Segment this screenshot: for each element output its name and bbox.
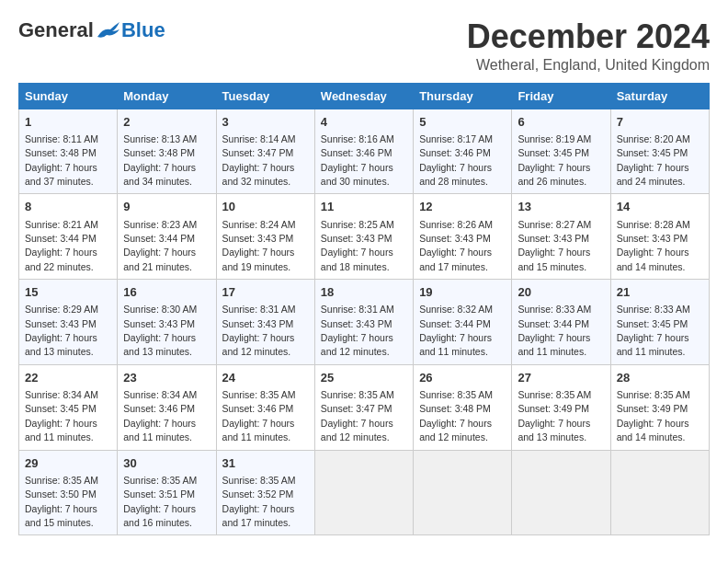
day-content: Sunrise: 8:20 AMSunset: 3:45 PMDaylight:… xyxy=(617,133,690,187)
day-number: 6 xyxy=(518,114,604,131)
day-number: 9 xyxy=(123,199,210,215)
day-content: Sunrise: 8:34 AMSunset: 3:45 PMDaylight:… xyxy=(25,389,98,442)
calendar-cell: 25Sunrise: 8:35 AMSunset: 3:47 PMDayligh… xyxy=(314,364,413,450)
calendar-cell: 2Sunrise: 8:13 AMSunset: 3:48 PMDaylight… xyxy=(118,109,216,194)
calendar-cell: 11Sunrise: 8:25 AMSunset: 3:43 PMDayligh… xyxy=(314,194,413,280)
header-thursday: Thursday xyxy=(414,83,512,109)
day-content: Sunrise: 8:35 AMSunset: 3:51 PMDaylight:… xyxy=(123,475,197,528)
day-number: 3 xyxy=(222,114,309,131)
day-content: Sunrise: 8:19 AMSunset: 3:45 PMDaylight:… xyxy=(518,133,591,187)
day-number: 8 xyxy=(25,199,111,215)
calendar-cell: 24Sunrise: 8:35 AMSunset: 3:46 PMDayligh… xyxy=(216,364,314,450)
day-content: Sunrise: 8:29 AMSunset: 3:43 PMDaylight:… xyxy=(25,304,98,357)
calendar-week-row: 22Sunrise: 8:34 AMSunset: 3:45 PMDayligh… xyxy=(19,364,710,450)
day-content: Sunrise: 8:35 AMSunset: 3:47 PMDaylight:… xyxy=(321,389,394,442)
day-number: 15 xyxy=(25,284,111,301)
day-content: Sunrise: 8:28 AMSunset: 3:43 PMDaylight:… xyxy=(617,219,690,272)
day-content: Sunrise: 8:35 AMSunset: 3:49 PMDaylight:… xyxy=(518,389,591,442)
calendar-cell: 23Sunrise: 8:34 AMSunset: 3:46 PMDayligh… xyxy=(118,364,216,450)
calendar-week-row: 1Sunrise: 8:11 AMSunset: 3:48 PMDaylight… xyxy=(19,109,710,194)
day-number: 23 xyxy=(123,370,210,386)
day-number: 22 xyxy=(25,370,111,386)
day-number: 13 xyxy=(518,199,604,215)
day-number: 19 xyxy=(419,284,506,301)
day-number: 31 xyxy=(222,455,309,472)
logo-general-text: General xyxy=(18,18,94,42)
header-saturday: Saturday xyxy=(610,83,709,109)
day-number: 18 xyxy=(321,284,407,301)
day-content: Sunrise: 8:11 AMSunset: 3:48 PMDaylight:… xyxy=(25,133,98,187)
calendar-cell: 21Sunrise: 8:33 AMSunset: 3:45 PMDayligh… xyxy=(610,280,709,365)
day-content: Sunrise: 8:35 AMSunset: 3:46 PMDaylight:… xyxy=(222,389,296,442)
day-number: 12 xyxy=(419,199,506,215)
page-header: General Blue December 2024 Wetheral, Eng… xyxy=(18,18,710,74)
calendar-cell: 16Sunrise: 8:30 AMSunset: 3:43 PMDayligh… xyxy=(118,280,216,365)
calendar-cell: 29Sunrise: 8:35 AMSunset: 3:50 PMDayligh… xyxy=(19,450,118,535)
calendar-cell: 1Sunrise: 8:11 AMSunset: 3:48 PMDaylight… xyxy=(19,109,118,194)
day-content: Sunrise: 8:13 AMSunset: 3:48 PMDaylight:… xyxy=(123,133,197,187)
calendar-cell: 5Sunrise: 8:17 AMSunset: 3:46 PMDaylight… xyxy=(414,109,512,194)
header-sunday: Sunday xyxy=(19,83,118,109)
day-number: 5 xyxy=(419,114,506,131)
month-title: December 2024 xyxy=(467,18,710,55)
calendar-week-row: 15Sunrise: 8:29 AMSunset: 3:43 PMDayligh… xyxy=(19,280,710,365)
header-wednesday: Wednesday xyxy=(314,83,413,109)
logo-bird-icon xyxy=(96,20,121,40)
day-number: 14 xyxy=(617,199,703,215)
day-number: 11 xyxy=(321,199,407,215)
day-number: 30 xyxy=(123,455,210,472)
day-content: Sunrise: 8:17 AMSunset: 3:46 PMDaylight:… xyxy=(419,133,493,187)
day-content: Sunrise: 8:30 AMSunset: 3:43 PMDaylight:… xyxy=(123,304,197,357)
day-number: 7 xyxy=(617,114,703,131)
day-content: Sunrise: 8:31 AMSunset: 3:43 PMDaylight:… xyxy=(321,304,394,357)
day-content: Sunrise: 8:27 AMSunset: 3:43 PMDaylight:… xyxy=(518,219,591,272)
calendar-cell: 31Sunrise: 8:35 AMSunset: 3:52 PMDayligh… xyxy=(216,450,314,535)
logo: General Blue xyxy=(18,18,165,42)
day-number: 25 xyxy=(321,370,407,386)
calendar-week-row: 29Sunrise: 8:35 AMSunset: 3:50 PMDayligh… xyxy=(19,450,710,535)
calendar-cell: 10Sunrise: 8:24 AMSunset: 3:43 PMDayligh… xyxy=(216,194,314,280)
day-content: Sunrise: 8:35 AMSunset: 3:50 PMDaylight:… xyxy=(25,475,98,528)
calendar-cell: 20Sunrise: 8:33 AMSunset: 3:44 PMDayligh… xyxy=(512,280,610,365)
calendar-cell: 9Sunrise: 8:23 AMSunset: 3:44 PMDaylight… xyxy=(118,194,216,280)
calendar-cell: 4Sunrise: 8:16 AMSunset: 3:46 PMDaylight… xyxy=(314,109,413,194)
header-tuesday: Tuesday xyxy=(216,83,314,109)
day-content: Sunrise: 8:35 AMSunset: 3:49 PMDaylight:… xyxy=(617,389,690,442)
calendar-cell: 7Sunrise: 8:20 AMSunset: 3:45 PMDaylight… xyxy=(610,109,709,194)
day-content: Sunrise: 8:32 AMSunset: 3:44 PMDaylight:… xyxy=(419,304,493,357)
title-block: December 2024 Wetheral, England, United … xyxy=(467,18,710,74)
day-number: 26 xyxy=(419,370,506,386)
calendar-cell: 8Sunrise: 8:21 AMSunset: 3:44 PMDaylight… xyxy=(19,194,118,280)
day-number: 29 xyxy=(25,455,111,472)
day-number: 20 xyxy=(518,284,604,301)
day-number: 27 xyxy=(518,370,604,386)
day-content: Sunrise: 8:21 AMSunset: 3:44 PMDaylight:… xyxy=(25,219,98,272)
day-content: Sunrise: 8:35 AMSunset: 3:48 PMDaylight:… xyxy=(419,389,493,442)
day-number: 28 xyxy=(617,370,703,386)
calendar-cell: 18Sunrise: 8:31 AMSunset: 3:43 PMDayligh… xyxy=(314,280,413,365)
day-content: Sunrise: 8:33 AMSunset: 3:44 PMDaylight:… xyxy=(518,304,591,357)
day-content: Sunrise: 8:25 AMSunset: 3:43 PMDaylight:… xyxy=(321,219,394,272)
day-content: Sunrise: 8:35 AMSunset: 3:52 PMDaylight:… xyxy=(222,475,296,528)
day-content: Sunrise: 8:31 AMSunset: 3:43 PMDaylight:… xyxy=(222,304,296,357)
calendar-cell xyxy=(512,450,610,535)
header-monday: Monday xyxy=(118,83,216,109)
calendar-cell: 26Sunrise: 8:35 AMSunset: 3:48 PMDayligh… xyxy=(414,364,512,450)
calendar-cell: 27Sunrise: 8:35 AMSunset: 3:49 PMDayligh… xyxy=(512,364,610,450)
day-content: Sunrise: 8:33 AMSunset: 3:45 PMDaylight:… xyxy=(617,304,690,357)
day-number: 4 xyxy=(321,114,407,131)
day-content: Sunrise: 8:24 AMSunset: 3:43 PMDaylight:… xyxy=(222,219,296,272)
day-number: 17 xyxy=(222,284,309,301)
calendar-week-row: 8Sunrise: 8:21 AMSunset: 3:44 PMDaylight… xyxy=(19,194,710,280)
logo-blue-text: Blue xyxy=(121,18,165,42)
calendar-header-row: SundayMondayTuesdayWednesdayThursdayFrid… xyxy=(19,83,710,109)
day-number: 10 xyxy=(222,199,309,215)
day-content: Sunrise: 8:16 AMSunset: 3:46 PMDaylight:… xyxy=(321,133,394,187)
calendar-table: SundayMondayTuesdayWednesdayThursdayFrid… xyxy=(18,83,710,536)
calendar-cell: 19Sunrise: 8:32 AMSunset: 3:44 PMDayligh… xyxy=(414,280,512,365)
day-number: 16 xyxy=(123,284,210,301)
day-content: Sunrise: 8:34 AMSunset: 3:46 PMDaylight:… xyxy=(123,389,197,442)
day-content: Sunrise: 8:26 AMSunset: 3:43 PMDaylight:… xyxy=(419,219,493,272)
calendar-cell: 12Sunrise: 8:26 AMSunset: 3:43 PMDayligh… xyxy=(414,194,512,280)
day-content: Sunrise: 8:14 AMSunset: 3:47 PMDaylight:… xyxy=(222,133,296,187)
